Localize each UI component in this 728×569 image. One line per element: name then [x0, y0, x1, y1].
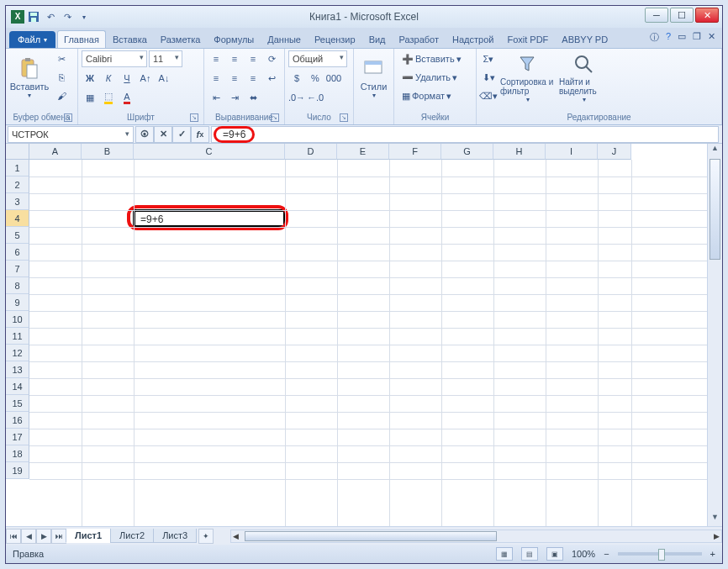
align-bottom-icon[interactable]: ≡: [245, 50, 261, 67]
tab-вставка[interactable]: Вставка: [106, 30, 154, 48]
align-left-icon[interactable]: ≡: [208, 70, 224, 87]
comma-icon[interactable]: 000: [325, 70, 342, 87]
column-header[interactable]: H: [493, 144, 546, 160]
row-header[interactable]: 8: [6, 277, 29, 294]
column-header[interactable]: G: [441, 144, 493, 160]
paste-button[interactable]: Вставить ▾: [9, 50, 50, 106]
sheet-tab[interactable]: Лист3: [153, 529, 197, 543]
tab-file[interactable]: Файл▾: [9, 31, 55, 48]
scroll-thumb[interactable]: [245, 531, 497, 541]
scroll-down-icon[interactable]: ▼: [708, 513, 722, 526]
italic-icon[interactable]: К: [100, 70, 117, 87]
column-header[interactable]: A: [29, 144, 82, 160]
qat-more-icon[interactable]: ▾: [76, 9, 92, 24]
row-header[interactable]: 16: [6, 412, 29, 429]
scroll-left-icon[interactable]: ◀: [233, 532, 239, 540]
percent-icon[interactable]: %: [307, 70, 324, 87]
mdi-restore-icon[interactable]: ❐: [693, 31, 701, 44]
currency-icon[interactable]: $: [288, 70, 305, 87]
shrink-font-icon[interactable]: A↓: [156, 70, 172, 87]
font-color-icon[interactable]: A: [119, 89, 135, 106]
row-header[interactable]: 7: [6, 261, 29, 277]
number-format-combo[interactable]: Общий: [288, 50, 347, 67]
clear-icon[interactable]: ⌫▾: [480, 87, 497, 104]
new-sheet-icon[interactable]: ✦: [198, 529, 214, 544]
format-cells-button[interactable]: ▦ Формат ▾: [398, 87, 456, 104]
scroll-thumb[interactable]: [710, 159, 720, 260]
autosum-icon[interactable]: Σ▾: [480, 50, 497, 67]
styles-button[interactable]: Стили▾: [357, 50, 390, 106]
tab-foxit pdf[interactable]: Foxit PDF: [500, 30, 555, 48]
copy-icon[interactable]: ⎘: [53, 69, 70, 86]
tab-надстрой[interactable]: Надстрой: [446, 30, 500, 48]
row-header[interactable]: 6: [6, 244, 29, 261]
range-icon[interactable]: ⦿: [135, 126, 154, 143]
dialog-launcher-icon[interactable]: ↘: [340, 113, 348, 122]
decrease-decimal-icon[interactable]: ←.0: [307, 89, 324, 106]
scroll-right-icon[interactable]: ▶: [714, 532, 720, 540]
fx-icon[interactable]: fx: [191, 126, 209, 143]
bold-icon[interactable]: Ж: [82, 70, 98, 87]
font-family-combo[interactable]: Calibri: [82, 50, 147, 67]
column-header[interactable]: D: [285, 144, 337, 160]
font-size-combo[interactable]: 11: [149, 50, 182, 67]
active-cell[interactable]: =9+6: [133, 209, 286, 228]
align-right-icon[interactable]: ≡: [245, 70, 261, 87]
tab-разработ[interactable]: Разработ: [393, 30, 446, 48]
column-header[interactable]: J: [598, 144, 631, 160]
column-header[interactable]: F: [389, 144, 441, 160]
zoom-level[interactable]: 100%: [572, 549, 595, 559]
row-header[interactable]: 9: [6, 294, 29, 311]
vertical-scrollbar[interactable]: ▲ ▼: [707, 144, 722, 526]
enter-formula-icon[interactable]: ✓: [172, 126, 191, 143]
row-header[interactable]: 1: [6, 160, 29, 176]
column-header[interactable]: C: [134, 144, 285, 160]
decrease-indent-icon[interactable]: ⇤: [208, 89, 224, 106]
row-header[interactable]: 10: [6, 311, 29, 328]
column-header[interactable]: I: [546, 144, 598, 160]
tab-разметка[interactable]: Разметка: [154, 30, 208, 48]
redo-icon[interactable]: ↷: [60, 9, 75, 24]
minimize-button[interactable]: ─: [645, 8, 668, 23]
align-center-icon[interactable]: ≡: [226, 70, 243, 87]
increase-indent-icon[interactable]: ⇥: [226, 89, 243, 106]
sheet-tab[interactable]: Лист2: [110, 529, 154, 543]
sheet-nav-last-icon[interactable]: ⏭: [51, 529, 66, 544]
row-header[interactable]: 5: [6, 227, 29, 244]
sheet-nav-first-icon[interactable]: ⏮: [6, 529, 21, 544]
formula-input[interactable]: =9+6: [211, 126, 719, 143]
merge-icon[interactable]: ⬌: [245, 89, 261, 106]
dialog-launcher-icon[interactable]: ↘: [190, 113, 198, 122]
orientation-icon[interactable]: ⟳: [263, 50, 280, 67]
grow-font-icon[interactable]: A↑: [137, 70, 154, 87]
tab-данные[interactable]: Данные: [261, 30, 308, 48]
fill-icon[interactable]: ⬇▾: [480, 69, 497, 86]
sheet-nav-prev-icon[interactable]: ◀: [21, 529, 36, 544]
tab-рецензир[interactable]: Рецензир: [308, 30, 362, 48]
row-header[interactable]: 15: [6, 395, 29, 412]
maximize-button[interactable]: ☐: [670, 8, 694, 23]
insert-cells-button[interactable]: ➕ Вставить ▾: [398, 50, 466, 67]
align-top-icon[interactable]: ≡: [208, 50, 224, 67]
mdi-close-icon[interactable]: ✕: [708, 31, 715, 44]
row-header[interactable]: 12: [6, 345, 29, 361]
help-icon[interactable]: ?: [666, 31, 671, 44]
zoom-out-icon[interactable]: −: [604, 549, 609, 559]
row-header[interactable]: 3: [6, 193, 29, 210]
row-header[interactable]: 4: [6, 210, 29, 227]
mdi-minimize-icon[interactable]: ▭: [678, 31, 686, 44]
sheet-tab[interactable]: Лист1: [66, 529, 111, 543]
row-header[interactable]: 2: [6, 176, 29, 193]
row-header[interactable]: 13: [6, 361, 29, 378]
align-middle-icon[interactable]: ≡: [226, 50, 243, 67]
zoom-in-icon[interactable]: +: [710, 549, 715, 559]
select-all-corner[interactable]: [6, 144, 29, 160]
borders-icon[interactable]: ▦: [82, 89, 98, 106]
wrap-text-icon[interactable]: ↩: [263, 70, 280, 87]
row-header[interactable]: 19: [6, 462, 29, 479]
sheet-nav-next-icon[interactable]: ▶: [36, 529, 51, 544]
cancel-formula-icon[interactable]: ✕: [154, 126, 172, 143]
dialog-launcher-icon[interactable]: ↘: [271, 113, 279, 122]
save-icon[interactable]: [26, 9, 41, 24]
tab-abbyy pd[interactable]: ABBYY PD: [555, 30, 615, 48]
